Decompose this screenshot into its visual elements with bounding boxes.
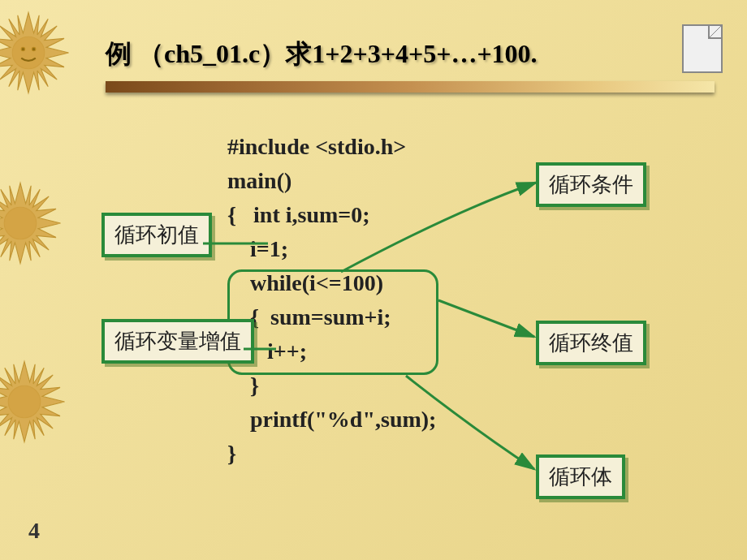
svg-point-2	[32, 47, 35, 50]
code-line: main()	[227, 168, 291, 193]
label-loop-increment: 循环变量增值	[101, 319, 254, 364]
page-number: 4	[28, 518, 40, 544]
code-line: #include <stdio.h>	[227, 134, 406, 159]
label-loop-init: 循环初值	[101, 213, 212, 257]
label-loop-condition: 循环条件	[536, 162, 646, 207]
code-line: while(i<=100)	[227, 270, 383, 295]
code-line: printf("%d",sum);	[227, 407, 436, 432]
code-line: i=1;	[227, 236, 288, 261]
label-loop-body: 循环体	[536, 454, 625, 499]
sun-decoration-icon	[0, 8, 73, 97]
code-block: #include <stdio.h> main() { int i,sum=0;…	[227, 130, 436, 471]
code-line: }	[227, 373, 259, 398]
sun-decoration-icon	[0, 357, 69, 446]
code-line: { int i,sum=0;	[227, 202, 370, 227]
slide-title: 例 （ch5_01.c）求1+2+3+4+5+…+100.	[106, 37, 538, 72]
sun-decoration-icon	[0, 179, 65, 268]
page-icon	[682, 24, 723, 73]
title-underline	[106, 81, 715, 93]
label-loop-end: 循环终值	[536, 321, 646, 365]
svg-point-1	[21, 47, 24, 50]
code-line: }	[227, 441, 236, 466]
